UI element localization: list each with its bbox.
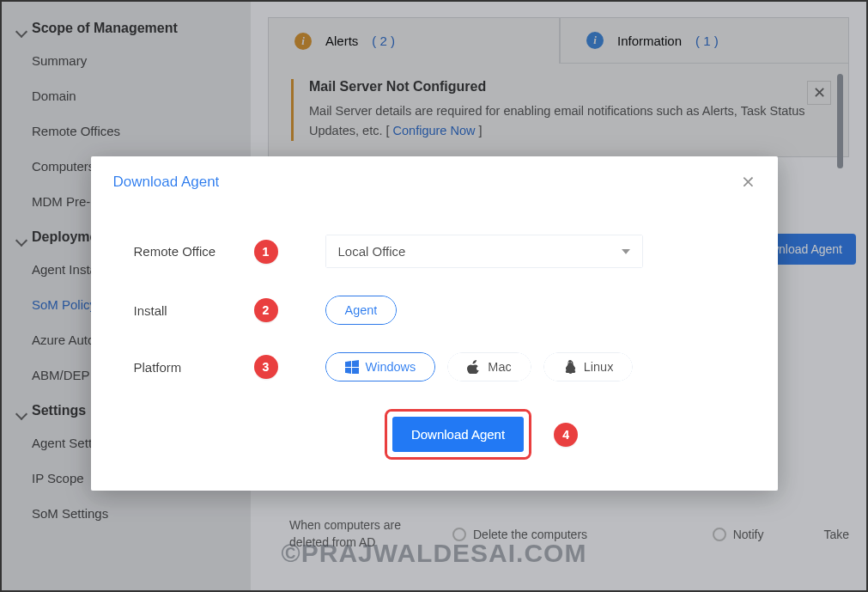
submit-row: Download Agent 4 bbox=[134, 409, 752, 460]
platform-option-mac[interactable]: Mac bbox=[447, 352, 531, 381]
remote-office-select[interactable]: Local Office bbox=[325, 235, 643, 268]
install-option-agent[interactable]: Agent bbox=[325, 296, 398, 325]
form-row-platform: Platform 3 Windows Mac Linux bbox=[134, 352, 752, 381]
form-row-remote-office: Remote Office 1 Local Office bbox=[134, 235, 752, 268]
label-platform: Platform bbox=[134, 360, 254, 375]
platform-linux-label: Linux bbox=[584, 360, 614, 374]
modal-overlay: Download Agent ✕ Remote Office 1 Local O… bbox=[2, 2, 866, 590]
apple-icon bbox=[467, 360, 481, 374]
platform-mac-label: Mac bbox=[488, 360, 511, 374]
step-badge-3: 3 bbox=[254, 355, 278, 379]
platform-option-linux[interactable]: Linux bbox=[543, 352, 634, 381]
form-row-install: Install 2 Agent bbox=[134, 296, 752, 325]
chevron-down-icon bbox=[622, 249, 630, 254]
step-badge-2: 2 bbox=[254, 298, 278, 322]
modal-header: Download Agent ✕ bbox=[91, 156, 778, 209]
step-badge-1: 1 bbox=[254, 240, 278, 264]
download-agent-button[interactable]: Download Agent bbox=[392, 417, 524, 452]
submit-highlight: Download Agent bbox=[385, 409, 531, 460]
platform-windows-label: Windows bbox=[366, 360, 416, 374]
linux-icon bbox=[563, 360, 577, 374]
platform-option-windows[interactable]: Windows bbox=[325, 352, 436, 381]
label-install: Install bbox=[134, 303, 254, 318]
label-remote-office: Remote Office bbox=[134, 244, 254, 259]
download-agent-modal: Download Agent ✕ Remote Office 1 Local O… bbox=[91, 156, 778, 491]
windows-icon bbox=[345, 360, 359, 374]
step-badge-4: 4 bbox=[554, 423, 578, 447]
modal-title: Download Agent bbox=[113, 174, 220, 191]
remote-office-value: Local Office bbox=[338, 244, 406, 259]
modal-body: Remote Office 1 Local Office Install 2 A… bbox=[91, 209, 778, 491]
modal-close-button[interactable]: ✕ bbox=[741, 172, 756, 192]
